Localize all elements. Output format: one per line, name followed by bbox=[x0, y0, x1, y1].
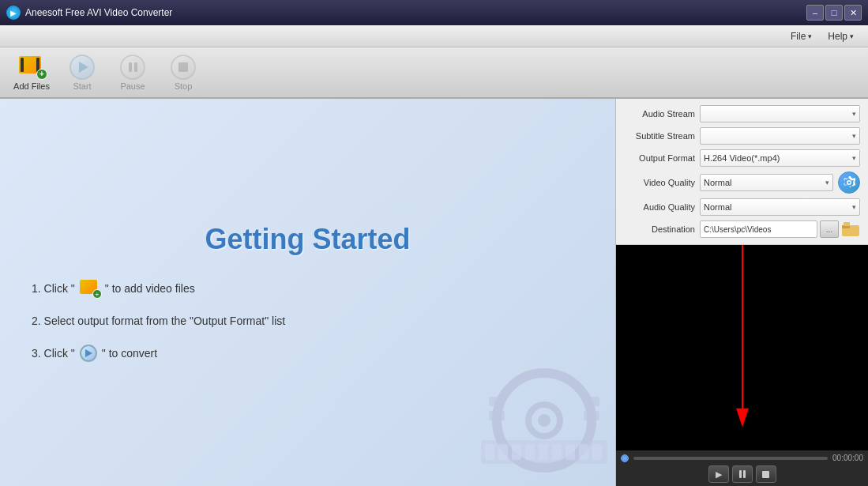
settings-gear-button[interactable] bbox=[838, 171, 860, 194]
svg-rect-3 bbox=[489, 397, 505, 406]
close-button[interactable]: ✕ bbox=[844, 5, 862, 21]
stop-icon bbox=[171, 55, 196, 80]
progress-track[interactable] bbox=[633, 457, 828, 460]
step-3: 3. Click " " to convert bbox=[32, 345, 285, 362]
file-menu[interactable]: File ▾ bbox=[783, 28, 820, 44]
player-play-button[interactable]: ▶ bbox=[708, 465, 729, 483]
progress-knob[interactable] bbox=[621, 454, 629, 462]
browse-button[interactable]: ... bbox=[820, 220, 839, 238]
audio-stream-arrow: ▾ bbox=[852, 110, 856, 118]
destination-row: Destination C:\Users\pc\Videos ... bbox=[624, 220, 860, 238]
svg-marker-21 bbox=[736, 409, 749, 428]
step-1: 1. Click " + " to add video files bbox=[32, 280, 285, 297]
help-menu[interactable]: Help ▾ bbox=[820, 28, 862, 44]
svg-rect-9 bbox=[498, 444, 508, 460]
pause-button[interactable]: Pause bbox=[109, 51, 156, 94]
stop-button[interactable]: Stop bbox=[160, 51, 207, 94]
app-icon: ▶ bbox=[6, 6, 21, 20]
subtitle-stream-arrow: ▾ bbox=[852, 132, 856, 140]
subtitle-stream-row: Subtitle Stream ▾ bbox=[624, 127, 860, 145]
audio-quality-select[interactable]: Normal ▾ bbox=[700, 198, 860, 216]
audio-stream-row: Audio Stream ▾ bbox=[624, 105, 860, 122]
svg-rect-10 bbox=[512, 444, 521, 460]
add-files-step-icon: + bbox=[80, 280, 100, 297]
svg-rect-6 bbox=[584, 411, 599, 420]
video-quality-label: Video Quality bbox=[624, 178, 695, 187]
pause-label: Pause bbox=[120, 81, 145, 91]
output-format-label: Output Format bbox=[624, 153, 695, 163]
start-icon bbox=[70, 55, 95, 80]
svg-rect-19 bbox=[844, 222, 850, 226]
svg-rect-16 bbox=[592, 444, 602, 460]
player-stop-button[interactable] bbox=[756, 465, 776, 483]
add-files-icon: + bbox=[19, 55, 44, 80]
toolbar: + Add Files Start Pause Stop bbox=[0, 47, 868, 99]
player-controls: 00:00:00 ▶ bbox=[616, 450, 868, 486]
subtitle-stream-label: Subtitle Stream bbox=[624, 131, 695, 141]
destination-label: Destination bbox=[624, 224, 695, 234]
svg-rect-12 bbox=[539, 444, 548, 460]
start-step-icon bbox=[80, 345, 97, 362]
video-quality-select[interactable]: Normal ▾ bbox=[700, 174, 833, 191]
audio-quality-row: Audio Quality Normal ▾ bbox=[624, 198, 860, 216]
video-quality-row: Video Quality Normal ▾ bbox=[624, 171, 860, 194]
open-folder-button[interactable] bbox=[841, 220, 860, 238]
video-preview bbox=[616, 245, 868, 450]
output-format-arrow: ▾ bbox=[852, 154, 856, 162]
right-panel: Audio Stream ▾ Subtitle Stream ▾ Output … bbox=[615, 99, 868, 486]
svg-rect-14 bbox=[566, 444, 575, 460]
svg-point-2 bbox=[538, 414, 550, 427]
svg-rect-4 bbox=[489, 411, 505, 420]
svg-rect-13 bbox=[552, 444, 562, 460]
maximize-button[interactable]: □ bbox=[825, 5, 843, 21]
audio-quality-label: Audio Quality bbox=[624, 202, 695, 212]
start-label: Start bbox=[73, 81, 91, 91]
title-bar: ▶ Aneesoft Free AVI Video Converter – □ … bbox=[0, 0, 868, 25]
main-layout: Getting Started 1. Click " + " to add vi… bbox=[0, 99, 868, 486]
output-format-row: Output Format H.264 Video(*.mp4) ▾ bbox=[624, 149, 860, 167]
add-files-button[interactable]: + Add Files bbox=[8, 51, 55, 94]
add-files-label: Add Files bbox=[13, 81, 50, 91]
player-pause-button[interactable] bbox=[732, 465, 753, 483]
audio-stream-select[interactable]: ▾ bbox=[700, 105, 860, 122]
svg-rect-11 bbox=[525, 444, 535, 460]
film-reel-decoration bbox=[481, 365, 607, 478]
pause-icon bbox=[120, 55, 145, 80]
subtitle-stream-select[interactable]: ▾ bbox=[700, 127, 860, 145]
left-panel: Getting Started 1. Click " + " to add vi… bbox=[0, 99, 615, 486]
player-buttons: ▶ bbox=[621, 465, 863, 483]
audio-quality-arrow: ▾ bbox=[852, 203, 856, 211]
output-format-select[interactable]: H.264 Video(*.mp4) ▾ bbox=[700, 149, 860, 167]
getting-started-title: Getting Started bbox=[205, 223, 410, 256]
window-controls: – □ ✕ bbox=[806, 5, 862, 21]
svg-rect-15 bbox=[579, 444, 588, 460]
video-quality-arrow: ▾ bbox=[825, 179, 829, 186]
start-button[interactable]: Start bbox=[58, 51, 106, 94]
step-2: 2. Select output format from the "Output… bbox=[32, 315, 285, 327]
menu-bar: File ▾ Help ▾ bbox=[0, 25, 868, 47]
audio-stream-label: Audio Stream bbox=[624, 109, 695, 119]
svg-rect-8 bbox=[485, 444, 494, 460]
window-title: Aneesoft Free AVI Video Converter bbox=[25, 7, 806, 18]
stop-label: Stop bbox=[175, 81, 193, 91]
svg-rect-5 bbox=[584, 397, 599, 406]
destination-input[interactable]: C:\Users\pc\Videos bbox=[700, 220, 817, 238]
minimize-button[interactable]: – bbox=[806, 5, 824, 21]
progress-bar: 00:00:00 bbox=[621, 454, 863, 462]
settings-section: Audio Stream ▾ Subtitle Stream ▾ Output … bbox=[616, 99, 868, 245]
time-display: 00:00:00 bbox=[832, 454, 863, 462]
steps-container: 1. Click " + " to add video files 2. Sel… bbox=[32, 280, 285, 362]
